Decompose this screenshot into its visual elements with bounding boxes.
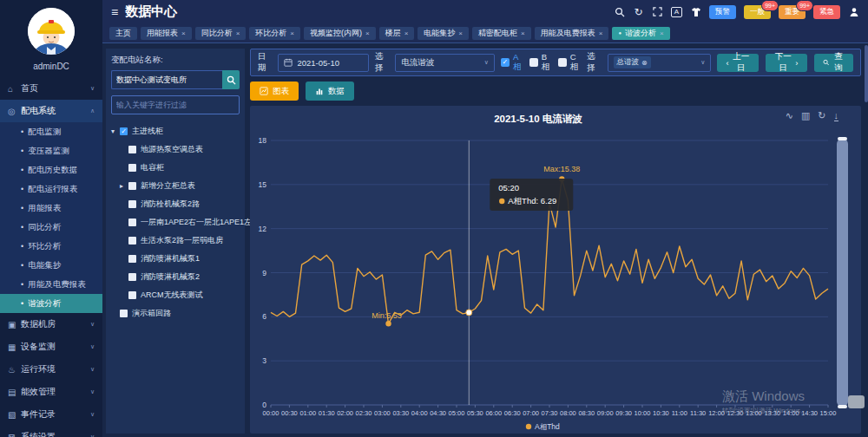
phase-a-checkbox[interactable]: ✓ A相 <box>501 52 523 73</box>
datazoom-handle-top[interactable] <box>838 137 847 140</box>
sidebar-item-environment[interactable]: ♨ 运行环境 ∨ <box>0 358 102 381</box>
sidebar-item-data-room[interactable]: ▣ 数据机房 ∨ <box>0 313 102 336</box>
caret-down-icon[interactable]: ▾ <box>111 127 120 135</box>
harmonic-order-select[interactable]: 总谐波 ⊗ ∨ <box>608 54 712 72</box>
close-icon[interactable]: × <box>365 29 370 37</box>
checkbox[interactable] <box>128 237 136 245</box>
close-icon[interactable]: × <box>521 29 525 37</box>
alert-important-button[interactable]: 重要 99+ <box>779 5 806 19</box>
sidebar-item-event-log[interactable]: ▧ 事件记录 ∨ <box>0 403 102 426</box>
sidebar-item-device-monitoring[interactable]: ▦ 设备监测 ∨ <box>0 336 102 358</box>
datazoom-slider[interactable] <box>837 139 848 407</box>
checkbox[interactable] <box>128 164 136 172</box>
tab-mom-analysis[interactable]: 环比分析× <box>249 27 300 40</box>
bullet-icon: • <box>21 299 23 308</box>
avatar[interactable]: adminDC <box>0 0 102 71</box>
close-icon[interactable]: × <box>290 29 294 37</box>
alert-warning-button[interactable]: 预警 <box>709 5 736 19</box>
page-scrollbar-thumb[interactable] <box>865 45 868 102</box>
floating-widget[interactable] <box>848 395 865 408</box>
home-icon: ⌂ <box>8 84 21 94</box>
sidebar-subitem-harmonic-analysis[interactable]: •谐波分析 <box>0 294 102 313</box>
tab-harmonic-analysis[interactable]: ●谐波分析× <box>612 27 669 40</box>
sidebar-subitem-pd-monitoring[interactable]: •配电监测 <box>0 122 102 141</box>
checkbox[interactable] <box>120 310 128 317</box>
checkbox[interactable] <box>128 218 136 226</box>
theme-shirt-icon[interactable] <box>690 6 701 17</box>
caret-right-icon[interactable]: ▸ <box>120 182 128 190</box>
tree-node-1ape2[interactable]: 一层南1APE2右一层北1APE1左 <box>111 213 240 232</box>
alert-urgent-button[interactable]: 紧急 <box>813 5 840 19</box>
previous-day-button[interactable]: ‹ 上一日 <box>717 54 759 72</box>
harmonic-type-select[interactable]: 电流谐波 ∨ <box>395 54 495 72</box>
close-icon[interactable]: × <box>236 29 240 37</box>
next-day-button[interactable]: 下一日 › <box>766 54 807 72</box>
checkbox[interactable] <box>128 291 136 299</box>
checkbox-checked[interactable]: ✓ <box>120 127 128 135</box>
alert-general-button[interactable]: 一般 99+ <box>744 5 771 19</box>
tab-meter-reading[interactable]: 电能集抄× <box>418 27 469 40</box>
data-view-button[interactable]: 数据 <box>306 82 354 101</box>
sidebar-subitem-energy-fee-report[interactable]: •用能及电费报表 <box>0 275 102 294</box>
tree-node-capacitor-cabinet[interactable]: 电容柜 <box>111 159 240 177</box>
chart-view-button[interactable]: 图表 <box>250 82 299 101</box>
close-icon[interactable]: × <box>660 29 664 37</box>
checkbox[interactable] <box>128 200 136 208</box>
sidebar-subitem-meter-reading[interactable]: •电能集抄 <box>0 256 102 275</box>
sidebar-subitem-yoy-analysis[interactable]: •同比分析 <box>0 218 102 237</box>
station-search-button[interactable] <box>222 70 240 89</box>
language-icon[interactable]: A <box>671 7 682 17</box>
tab-yoy-analysis[interactable]: 同比分析× <box>195 27 247 40</box>
sidebar-item-power-distribution[interactable]: ◎ 配电系统 ∧ <box>0 100 102 122</box>
checkbox <box>558 58 567 67</box>
tab-energy-fee-report[interactable]: 用能及电费报表× <box>535 27 609 40</box>
tab-video-monitoring[interactable]: 视频监控(内网)× <box>304 27 376 40</box>
close-icon[interactable]: × <box>599 29 603 37</box>
tree-node-new-cabinet[interactable]: ▸新增分立柜总表 <box>111 177 240 195</box>
tree-node-sprinkler-pump-1[interactable]: 消防喷淋机械泵1 <box>111 250 240 268</box>
sidebar-subitem-energy-report[interactable]: •用能报表 <box>0 199 102 218</box>
station-name-input[interactable] <box>111 70 222 89</box>
sidebar-item-energy-efficiency[interactable]: ▤ 能效管理 ∨ <box>0 381 102 403</box>
svg-text:08:30: 08:30 <box>578 409 595 417</box>
refresh-icon[interactable]: ↻ <box>633 6 644 17</box>
tab-floor[interactable]: 楼层× <box>379 27 415 40</box>
phase-b-checkbox[interactable]: B相 <box>529 52 552 73</box>
checkbox[interactable] <box>128 255 136 263</box>
checkbox[interactable] <box>128 146 136 153</box>
tab-home[interactable]: 主页 <box>109 27 137 40</box>
sidebar-item-home[interactable]: ⌂ 首页 ∨ <box>0 77 102 100</box>
tree-filter-input[interactable] <box>111 95 240 114</box>
tree-node-main-incoming[interactable]: ▾ ✓ 主进线柜 <box>111 122 240 140</box>
chart-icon <box>260 87 268 95</box>
checkbox[interactable] <box>128 273 136 281</box>
datazoom-handle-bottom[interactable] <box>838 405 847 408</box>
power-system-icon: ◎ <box>8 107 21 116</box>
tab-precision-cabinet[interactable]: 精密配电柜× <box>472 27 531 40</box>
user-icon[interactable] <box>848 6 859 17</box>
tree-node-demo-circuit[interactable]: 演示箱回路 <box>111 304 240 323</box>
tree-node-fire-pump-2[interactable]: 消防栓机械泵2路 <box>111 195 240 213</box>
close-icon[interactable]: × <box>458 29 463 37</box>
sidebar-subitem-mom-analysis[interactable]: •环比分析 <box>0 237 102 256</box>
checkbox[interactable] <box>128 182 136 190</box>
close-icon[interactable]: × <box>404 29 409 37</box>
query-button[interactable]: 查询 <box>814 54 853 72</box>
tree-node-sprinkler-pump-2[interactable]: 消防喷淋机械泵2 <box>111 268 240 286</box>
tree-node-heat-pump[interactable]: 地源热泵空调总表 <box>111 140 240 159</box>
date-picker[interactable]: 2021-05-10 <box>278 54 368 72</box>
tag-close-icon[interactable]: ⊗ <box>641 59 648 67</box>
harmonic-line-chart[interactable]: 036912151800:0000:3001:0001:3002:0002:30… <box>250 106 861 434</box>
tab-energy-report[interactable]: 用能报表× <box>141 27 192 40</box>
sidebar-item-system-settings[interactable]: ⊠ 系统设置 ∨ <box>0 426 102 437</box>
phase-c-checkbox[interactable]: C相 <box>558 52 581 73</box>
tree-node-water-pump[interactable]: 生活水泵2路一层弱电房 <box>111 232 240 250</box>
tree-node-arcm-test[interactable]: ARCM无线表测试 <box>111 286 240 304</box>
close-icon[interactable]: × <box>181 29 186 37</box>
fullscreen-icon[interactable] <box>652 6 663 17</box>
sidebar-subitem-pd-report[interactable]: •配电运行报表 <box>0 179 102 199</box>
sidebar-subitem-transformer-monitoring[interactable]: •变压器监测 <box>0 141 102 160</box>
search-icon[interactable] <box>614 6 625 17</box>
sidebar-subitem-pd-history[interactable]: •配电历史数据 <box>0 160 102 179</box>
hamburger-menu-icon[interactable]: ≡ <box>111 6 118 18</box>
